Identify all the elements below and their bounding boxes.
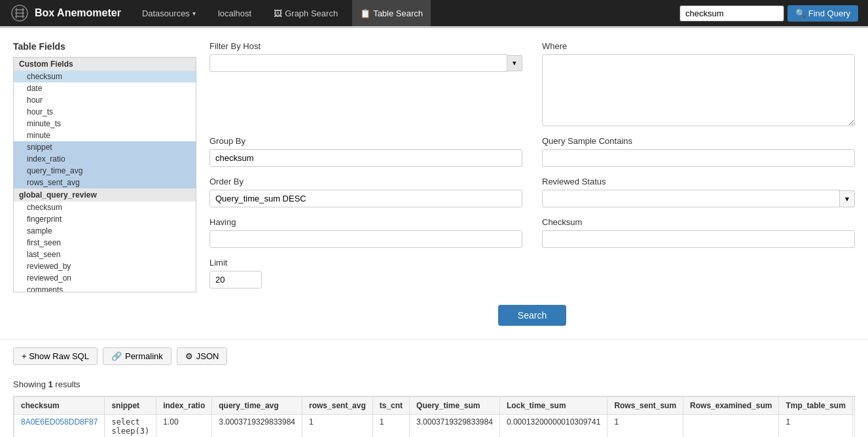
order-by-group: Order By — [209, 177, 522, 207]
field-item-hour[interactable]: hour — [14, 94, 196, 106]
col-query-time-avg: query_time_avg — [212, 397, 302, 415]
where-input[interactable] — [542, 54, 855, 126]
order-by-input[interactable] — [209, 190, 522, 207]
brand-logo: Box Anemometer — [10, 3, 121, 23]
checksum-filter-label: Checksum — [542, 217, 855, 227]
having-label: Having — [209, 217, 522, 227]
table-fields-title: Table Fields — [13, 41, 196, 52]
reviewed-status-container: ▾ — [542, 190, 855, 207]
field-item-snippet[interactable]: snippet — [14, 141, 196, 153]
col-rows-sent-avg: rows_sent_avg — [302, 397, 373, 415]
table-header: checksum snippet index_ratio query_time_… — [14, 397, 856, 415]
checksum-filter-input[interactable] — [542, 230, 855, 248]
field-item-index-ratio[interactable]: index_ratio — [14, 153, 196, 165]
limit-group: Limit — [209, 258, 522, 288]
filter-by-host-group: Filter By Host ▾ — [209, 41, 522, 126]
field-item-checksum-1[interactable]: checksum — [14, 71, 196, 82]
cell-rows-examined-sum — [683, 415, 779, 438]
checksum-link[interactable]: 8A0E6ED058DD8F87 — [21, 417, 98, 427]
field-item-reviewed-by[interactable]: reviewed_by — [14, 260, 196, 272]
header-row: checksum snippet index_ratio query_time_… — [14, 397, 856, 415]
nav-datasources[interactable]: Datasources ▾ — [134, 0, 204, 26]
col-snippet: snippet — [105, 397, 156, 415]
field-item-rows-sent-avg[interactable]: rows_sent_avg — [14, 177, 196, 188]
cell-index-ratio: 1.00 — [156, 415, 212, 438]
cell-query-time-sum: 3.0003719329833984 — [410, 415, 500, 438]
field-item-first-seen[interactable]: first_seen — [14, 237, 196, 249]
find-query-button[interactable]: 🔍 Find Query — [787, 5, 858, 22]
table-row: 8A0E6ED058DD8F87 select sleep(3) as t 1.… — [14, 415, 856, 438]
query-sample-input[interactable] — [542, 149, 855, 167]
cell-tmp-table-sum: 1 — [779, 415, 852, 438]
json-button[interactable]: ⚙ JSON — [177, 347, 228, 365]
cell-query-time-avg: 3.0003719329833984 — [212, 415, 302, 438]
cell-snippet: select sleep(3) as t — [105, 415, 156, 438]
field-item-fingerprint[interactable]: fingerprint — [14, 213, 196, 225]
fields-list[interactable]: Custom Fields checksum date hour hour_ts… — [13, 57, 196, 292]
permalink-button[interactable]: 🔗 Permalink — [103, 347, 172, 365]
host-select-dropdown-btn[interactable]: ▾ — [507, 55, 522, 71]
limit-input[interactable] — [209, 271, 262, 288]
field-item-last-seen[interactable]: last_seen — [14, 249, 196, 260]
global-search-input[interactable] — [679, 5, 784, 22]
reviewed-status-label: Reviewed Status — [542, 177, 855, 186]
having-group: Having — [209, 217, 522, 248]
field-item-reviewed-on[interactable]: reviewed_on — [14, 272, 196, 284]
result-count: 1 — [48, 379, 52, 389]
where-group: Where — [542, 41, 855, 126]
field-item-minute[interactable]: minute — [14, 130, 196, 141]
search-button[interactable]: Search — [498, 305, 566, 326]
reviewed-status-dropdown-btn[interactable]: ▾ — [840, 190, 855, 207]
col-index-ratio: index_ratio — [156, 397, 212, 415]
col-rows-sent-sum: Rows_sent_sum — [607, 397, 683, 415]
brand-name: Box Anemometer — [35, 7, 121, 19]
filter-by-host-label: Filter By Host — [209, 41, 522, 51]
col-checksum: checksum — [14, 397, 105, 415]
query-sample-label: Query Sample Contains — [542, 136, 855, 146]
action-bar: + Show Raw SQL 🔗 Permalink ⚙ JSON — [0, 339, 868, 373]
group-by-input[interactable] — [209, 149, 522, 167]
query-sample-group: Query Sample Contains — [542, 136, 855, 167]
table-fields-panel: Table Fields Custom Fields checksum date… — [13, 41, 196, 326]
results-summary: Showing 1 results — [13, 379, 855, 389]
cell-ts-cnt: 1 — [372, 415, 409, 438]
results-table: checksum snippet index_ratio query_time_… — [14, 396, 855, 437]
host-select-container: ▾ — [209, 54, 522, 72]
cell-rows-sent-avg: 1 — [302, 415, 373, 438]
reviewed-status-group: Reviewed Status ▾ — [542, 177, 855, 207]
limit-label: Limit — [209, 258, 522, 268]
checksum-filter-group: Checksum — [542, 217, 855, 248]
field-item-hour-ts[interactable]: hour_ts — [14, 106, 196, 118]
fields-group-custom[interactable]: Custom Fields — [14, 58, 196, 71]
field-item-sample[interactable]: sample — [14, 225, 196, 237]
show-raw-sql-button[interactable]: + Show Raw SQL — [13, 347, 98, 365]
navbar: Box Anemometer Datasources ▾ localhost 🖼… — [0, 0, 868, 26]
nav-table-search[interactable]: 📋 Table Search — [352, 0, 431, 26]
reviewed-status-select[interactable] — [542, 190, 840, 207]
group-by-label: Group By — [209, 136, 522, 146]
where-label: Where — [542, 41, 855, 51]
col-rows-examined-sum: Rows_examined_sum — [683, 397, 779, 415]
col-filesort-sum: Filesort_sum — [852, 397, 855, 415]
content-area: Table Fields Custom Fields checksum date… — [13, 41, 855, 326]
field-item-query-time-avg[interactable]: query_time_avg — [14, 165, 196, 177]
col-lock-time-sum: Lock_time_sum — [499, 397, 607, 415]
fields-group-global[interactable]: global_query_review — [14, 188, 196, 201]
order-by-label: Order By — [209, 177, 522, 186]
field-item-date[interactable]: date — [14, 82, 196, 94]
results-area: Showing 1 results checksum snippet index… — [0, 373, 868, 437]
cell-lock-time-sum: 0.00013200000010309741 — [499, 415, 607, 438]
col-query-time-sum: Query_time_sum — [410, 397, 500, 415]
field-item-checksum-2[interactable]: checksum — [14, 201, 196, 213]
filter-by-host-select[interactable] — [209, 54, 507, 72]
nav-graph-search[interactable]: 🖼 Graph Search — [266, 0, 346, 26]
search-btn-row: Search — [209, 298, 855, 326]
field-item-comments[interactable]: comments — [14, 284, 196, 292]
main-content: Table Fields Custom Fields checksum date… — [0, 28, 868, 339]
col-ts-cnt: ts_cnt — [372, 397, 409, 415]
having-input[interactable] — [209, 230, 522, 248]
nav-localhost[interactable]: localhost — [210, 0, 259, 26]
filters-panel: Filter By Host ▾ Where Group By — [209, 41, 855, 326]
brand-icon — [10, 3, 29, 23]
field-item-minute-ts[interactable]: minute_ts — [14, 118, 196, 130]
